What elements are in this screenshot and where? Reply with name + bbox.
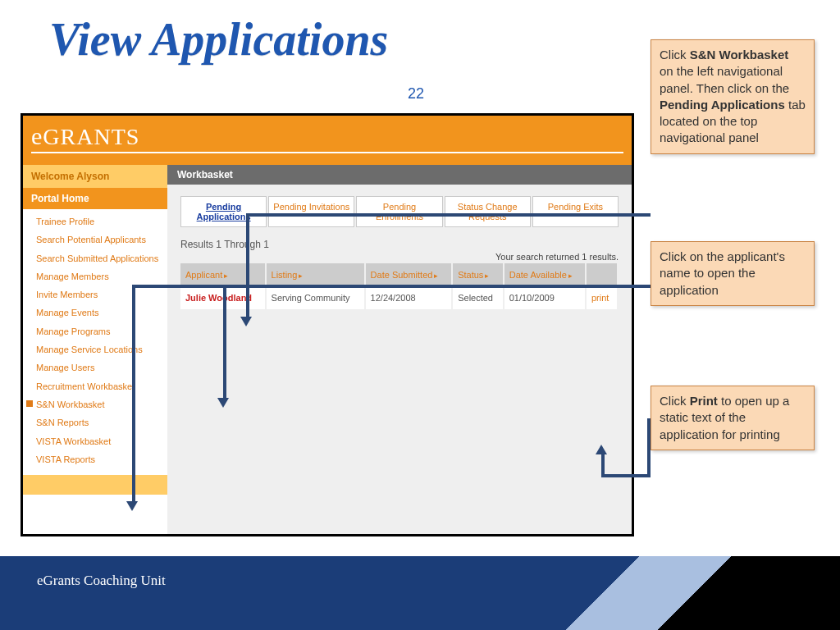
arrow-connector xyxy=(132,285,135,501)
sidebar-item-recruitment-workbasket[interactable]: Recruitment Workbasket xyxy=(23,377,167,395)
arrow-head-icon xyxy=(596,445,607,454)
col-applicant[interactable]: Applicant▸ xyxy=(180,263,266,286)
tab-pending-applications[interactable]: Pending Applications xyxy=(180,196,267,227)
sidebar-item-manage-programs[interactable]: Manage Programs xyxy=(23,322,167,340)
main-panel: Workbasket Pending Applications Pending … xyxy=(167,165,632,534)
sort-icon: ▸ xyxy=(299,272,303,280)
col-listing[interactable]: Listing▸ xyxy=(266,263,365,286)
footer-text: eGrants Coaching Unit xyxy=(37,573,166,589)
print-link[interactable]: print xyxy=(591,293,609,303)
sidebar: Welcome Alyson Portal Home Trainee Profi… xyxy=(23,165,167,534)
sidebar-item-manage-service-locations[interactable]: Manage Service Locations xyxy=(23,340,167,358)
slide-number: 22 xyxy=(408,85,424,103)
header-rule xyxy=(31,152,623,153)
sidebar-item-manage-events[interactable]: Manage Events xyxy=(23,304,167,322)
col-action xyxy=(586,263,618,286)
applicant-name-link[interactable]: Julie Woodland xyxy=(185,293,252,303)
arrow-head-icon xyxy=(240,317,252,326)
callout-print: Click Print to open up a static text of … xyxy=(651,386,815,450)
sort-icon: ▸ xyxy=(434,272,438,280)
sidebar-item-search-potential-applicants[interactable]: Search Potential Applicants xyxy=(23,231,167,249)
arrow-connector xyxy=(246,213,651,217)
col-status[interactable]: Status▸ xyxy=(452,263,504,286)
cell-listing: Serving Community xyxy=(266,286,365,309)
cell-status: Selected xyxy=(452,286,504,309)
arrow-connector xyxy=(132,285,133,288)
sort-icon: ▸ xyxy=(568,272,573,280)
tab-pending-invitations[interactable]: Pending Invitations xyxy=(268,196,354,227)
sidebar-item-sn-reports[interactable]: S&N Reports xyxy=(23,413,167,431)
welcome-label: Welcome Alyson xyxy=(23,165,167,188)
tab-pending-enrollments[interactable]: Pending Enrollments xyxy=(356,196,442,227)
sidebar-item-manage-users[interactable]: Manage Users xyxy=(23,358,167,377)
arrow-connector xyxy=(601,453,605,476)
col-date-available[interactable]: Date Available▸ xyxy=(504,263,586,286)
sidebar-item-sn-workbasket[interactable]: S&N Workbasket xyxy=(23,395,167,413)
sidebar-spacer xyxy=(23,475,167,495)
app-header: eGRANTS xyxy=(23,116,632,165)
cell-date-submitted: 12/24/2008 xyxy=(365,286,453,309)
arrow-connector xyxy=(647,418,651,474)
footer-graphic xyxy=(0,556,840,630)
arrow-head-icon xyxy=(126,501,138,511)
sort-icon: ▸ xyxy=(485,272,489,280)
col-date-submitted[interactable]: Date Submitted▸ xyxy=(365,263,453,286)
sidebar-item-vista-workbasket[interactable]: VISTA Workbasket xyxy=(23,432,167,450)
sidebar-item-vista-reports[interactable]: VISTA Reports xyxy=(23,450,167,468)
screenshot-frame: eGRANTS Welcome Alyson Portal Home Train… xyxy=(21,113,634,536)
sidebar-item-trainee-profile[interactable]: Trainee Profile xyxy=(23,212,167,231)
sidebar-item-search-submitted-applications[interactable]: Search Submitted Applications xyxy=(23,249,167,267)
callout-applicant-name: Click on the applicant's name to open th… xyxy=(651,241,815,306)
tab-pending-exits[interactable]: Pending Exits xyxy=(532,196,619,227)
portal-home[interactable]: Portal Home xyxy=(23,188,167,209)
sidebar-nav: Trainee Profile Search Potential Applica… xyxy=(23,209,167,468)
arrow-connector xyxy=(601,474,651,477)
callout-sn-workbasket: Click S&N Workbasket on the left navigat… xyxy=(651,39,815,154)
tab-status-change-requests[interactable]: Status Change Requests xyxy=(445,196,531,227)
slide-title: View Applications xyxy=(49,13,388,66)
arrow-connector xyxy=(246,213,249,318)
cell-date-available: 01/10/2009 xyxy=(504,286,586,309)
arrow-connector xyxy=(132,285,651,288)
sidebar-item-invite-members[interactable]: Invite Members xyxy=(23,285,167,304)
sidebar-item-manage-members[interactable]: Manage Members xyxy=(23,267,167,285)
app-logo: eGRANTS xyxy=(31,122,623,150)
arrow-head-icon xyxy=(217,398,229,408)
workbasket-bar: Workbasket xyxy=(167,165,632,185)
sort-icon: ▸ xyxy=(224,272,228,280)
arrow-connector xyxy=(223,285,226,399)
